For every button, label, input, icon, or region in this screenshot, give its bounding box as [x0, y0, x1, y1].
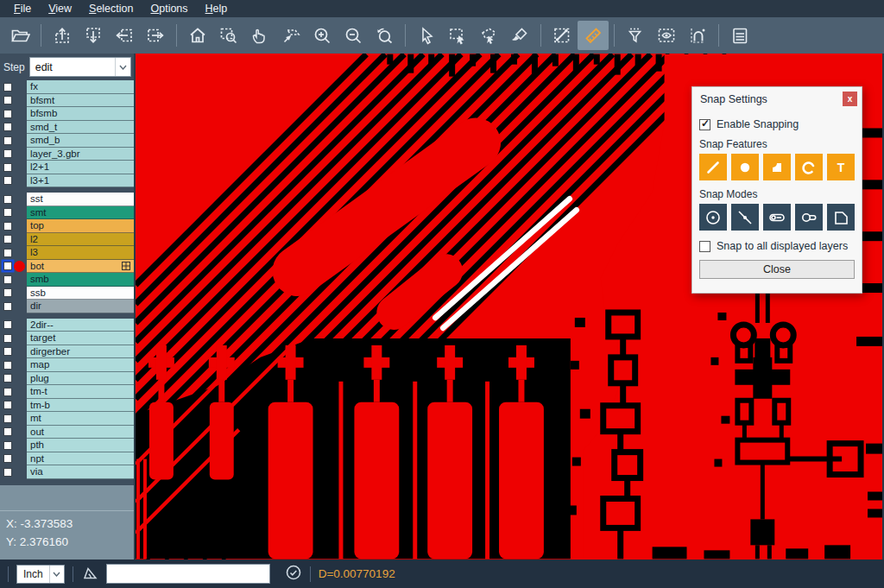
layer-visibility-checkbox[interactable] — [3, 83, 12, 92]
layer-row-bot[interactable]: bot — [0, 260, 134, 274]
menu-selection[interactable]: Selection — [80, 1, 142, 17]
layer-visibility-checkbox[interactable] — [3, 96, 12, 104]
layer-visibility-checkbox[interactable] — [3, 347, 12, 356]
layer-visibility-checkbox[interactable] — [3, 249, 12, 257]
layer-row-2dir--[interactable]: 2dir-- — [0, 319, 134, 332]
layer-row-l2+1[interactable]: l2+1 — [0, 161, 134, 174]
layer-visibility-checkbox[interactable] — [3, 320, 12, 329]
layer-visibility-checkbox[interactable] — [3, 163, 12, 172]
layer-visibility-checkbox[interactable] — [3, 110, 12, 118]
zoom-in-button[interactable] — [306, 21, 338, 50]
layer-visibility-checkbox[interactable] — [3, 414, 12, 423]
layer-row-fx[interactable]: fx — [0, 80, 134, 94]
layer-visibility-checkbox[interactable] — [3, 401, 12, 409]
enable-snapping-row[interactable]: Enable Snapping — [699, 118, 855, 130]
layer-row-via[interactable]: via — [0, 465, 134, 479]
menu-help[interactable]: Help — [197, 1, 237, 17]
layer-visibility-checkbox[interactable] — [3, 427, 12, 436]
layer-row-l2[interactable]: l2 — [0, 233, 134, 247]
layer-visibility-checkbox[interactable] — [3, 361, 12, 370]
layer-row-smt[interactable]: smt — [0, 206, 134, 220]
open-button[interactable] — [4, 21, 35, 50]
filter-button[interactable] — [620, 21, 651, 50]
menu-options[interactable]: Options — [142, 1, 196, 17]
layer-visibility-checkbox[interactable] — [3, 208, 12, 217]
select-polygon-button[interactable] — [473, 21, 504, 50]
layer-visibility-checkbox[interactable] — [3, 441, 12, 450]
layer-visibility-checkbox[interactable] — [3, 136, 12, 145]
snap-feature-arc-button[interactable] — [795, 154, 823, 180]
layer-row-dir[interactable]: dir — [0, 300, 134, 313]
snap-mode-center-button[interactable] — [699, 204, 727, 231]
all-layers-row[interactable]: Snap to all displayed layers — [699, 240, 855, 252]
view-down-button[interactable] — [78, 21, 109, 50]
layer-row-dirgerber[interactable]: dirgerber — [0, 345, 134, 359]
layer-row-layer_3.gbr[interactable]: layer_3.gbr — [0, 148, 134, 161]
layer-visibility-checkbox[interactable] — [3, 374, 12, 383]
zoom-window-button[interactable] — [213, 21, 244, 50]
snap-mode-slot-horizontal-button[interactable] — [763, 204, 791, 231]
layer-row-smb[interactable]: smb — [0, 273, 134, 287]
layer-row-tm-t[interactable]: tm-t — [0, 385, 134, 399]
layer-row-smd_t[interactable]: smd_t — [0, 121, 134, 135]
view-right-button[interactable] — [140, 21, 171, 50]
layer-visibility-checkbox[interactable] — [3, 149, 12, 158]
layer-row-npt[interactable]: npt — [0, 452, 134, 466]
snap-feature-pad-button[interactable] — [731, 154, 759, 180]
select-rectangle-button[interactable] — [442, 21, 473, 50]
layer-row-sst[interactable]: sst — [0, 193, 134, 206]
view-up-button[interactable] — [47, 21, 78, 50]
close-button[interactable]: Close — [699, 260, 855, 279]
dialog-title-bar[interactable]: Snap Settings x — [692, 87, 862, 111]
layer-row-top[interactable]: top — [0, 219, 134, 233]
snap-feature-surface-button[interactable] — [763, 154, 791, 180]
snap-all-layers-checkbox[interactable] — [699, 241, 710, 252]
layer-row-mt[interactable]: mt — [0, 412, 134, 426]
zoom-out-button[interactable] — [338, 21, 369, 50]
pan-button[interactable] — [244, 21, 275, 50]
home-view-button[interactable] — [182, 21, 213, 50]
snap-mode-midpoint-button[interactable] — [731, 204, 759, 231]
layer-row-l3+1[interactable]: l3+1 — [0, 174, 134, 188]
layer-row-smd_b[interactable]: smd_b — [0, 134, 134, 148]
layer-visibility-checkbox[interactable] — [3, 454, 12, 463]
dialog-close-icon[interactable]: x — [843, 92, 857, 106]
layer-row-ssb[interactable]: ssb — [0, 287, 134, 300]
layer-visibility-checkbox[interactable] — [3, 195, 12, 204]
step-select[interactable]: edit — [29, 57, 131, 77]
layer-visibility-checkbox[interactable] — [3, 468, 12, 477]
view-left-button[interactable] — [109, 21, 140, 50]
layer-row-bfsmb[interactable]: bfsmb — [0, 107, 134, 121]
layer-row-target[interactable]: target — [0, 332, 134, 345]
apply-icon[interactable] — [285, 564, 302, 585]
unit-select[interactable]: Inch — [16, 565, 65, 584]
measure-distance-button[interactable] — [546, 21, 578, 50]
snap-button[interactable] — [682, 21, 713, 50]
paint-button[interactable] — [504, 21, 535, 50]
layer-row-bfsmt[interactable]: bfsmt — [0, 94, 134, 108]
layer-visibility-checkbox[interactable] — [3, 275, 12, 284]
menu-file[interactable]: File — [5, 1, 40, 17]
layer-row-pth[interactable]: pth — [0, 439, 134, 452]
enable-snapping-checkbox[interactable] — [699, 119, 710, 130]
pcb-canvas[interactable]: Snap Settings x Enable Snapping Snap Fea… — [136, 54, 882, 560]
layers-panel-button[interactable] — [724, 21, 755, 50]
layer-visibility-checkbox[interactable] — [3, 288, 12, 297]
snap-mode-contour-button[interactable] — [827, 204, 855, 231]
ruler-button[interactable] — [578, 21, 609, 50]
layer-visibility-checkbox[interactable] — [3, 176, 12, 185]
layer-visibility-checkbox[interactable] — [3, 123, 12, 131]
snap-mode-slot-button[interactable] — [795, 204, 823, 231]
layer-visibility-checkbox[interactable] — [3, 334, 12, 343]
move-view-button[interactable] — [275, 21, 306, 50]
layer-row-map[interactable]: map — [0, 358, 134, 372]
layer-visibility-checkbox[interactable] — [3, 302, 12, 311]
layer-visibility-checkbox[interactable] — [3, 262, 12, 270]
layer-visibility-checkbox[interactable] — [3, 222, 12, 231]
zoom-previous-button[interactable] — [369, 21, 400, 50]
layer-row-out[interactable]: out — [0, 426, 134, 439]
layer-visibility-checkbox[interactable] — [3, 388, 12, 396]
view-options-button[interactable] — [651, 21, 682, 50]
layer-row-l3[interactable]: l3 — [0, 246, 134, 260]
snap-feature-line-button[interactable] — [699, 154, 727, 180]
